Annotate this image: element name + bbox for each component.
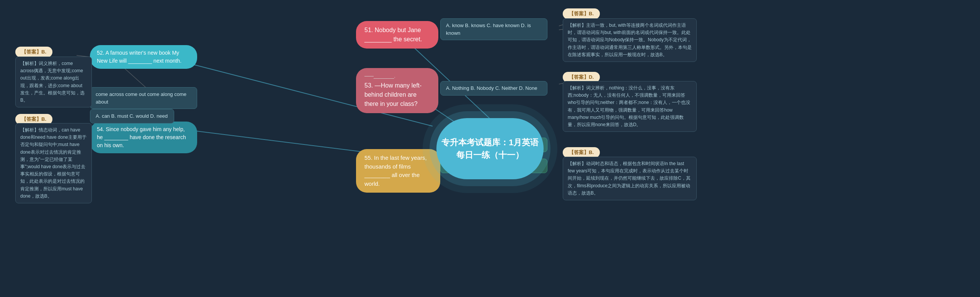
center-node: 专升本考试题库：1月英语 每日一练（十一） [436, 118, 544, 179]
center-title: 专升本考试题库：1月英语 [441, 136, 539, 149]
options-51: A. know B. knows C. have known D. is kno… [440, 18, 547, 40]
options-53: A. Nothing B. Nobody C. Neither D. None [440, 81, 547, 96]
explanation-52: 【解析】词义辨析，come across偶遇，无意中发现;come out出现，… [15, 57, 92, 107]
options-54: A. can B. must C. would D. need [90, 109, 174, 123]
explanation-51: 【解析】主语一致，but, with等连接两个名词或代词作主语时，谓语动词应与b… [563, 18, 697, 62]
question-52: 52. A famous writer's new book My New Li… [90, 45, 197, 69]
options-52: come across come out come along come abo… [90, 87, 197, 109]
question-54: 54. Since nobody gave him any help, he _… [90, 122, 197, 153]
question-55: 55. In the last few years, thousands of … [356, 149, 440, 193]
question-51: 51. Nobody but Jane ________ the secret. [356, 21, 438, 49]
answer-51: 【答案】B. [563, 8, 600, 19]
explanation-54: 【解析】情态动词，can have done和need have done主要用… [15, 123, 92, 203]
question-53: ——________. 53. —How many left-behind ch… [356, 68, 438, 113]
center-subtitle: 每日一练（十一） [441, 149, 539, 161]
answer-55: 【答案】B. [563, 147, 600, 158]
explanation-53: 【解析】词义辨析，nothing：没什么，没事，没有东西;nobody：无人，没… [563, 81, 697, 132]
answer-52: 【答案】B. [15, 47, 52, 57]
explanation-55: 【解析】动词时态和语态，根据包含和时间状语In the last few yea… [563, 157, 697, 200]
